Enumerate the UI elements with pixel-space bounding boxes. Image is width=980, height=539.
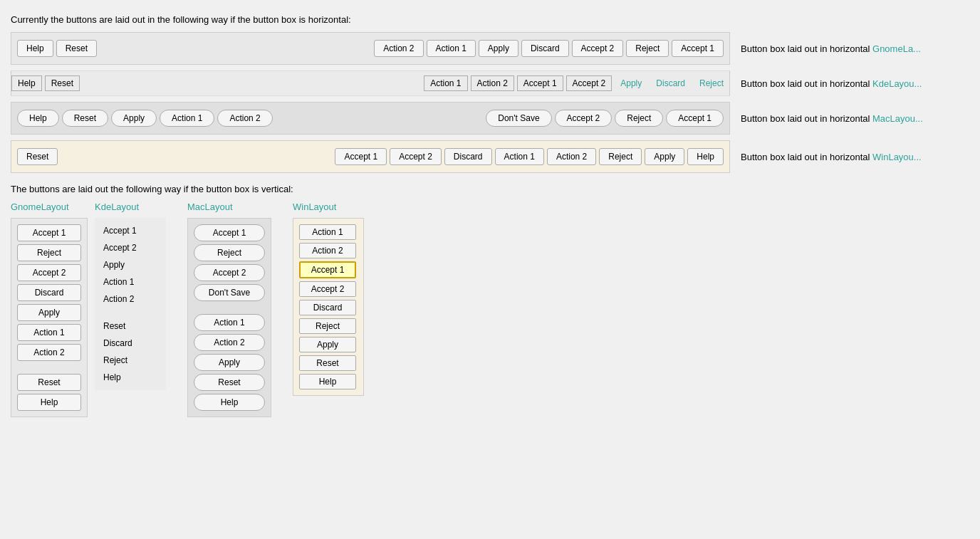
kde-apply-btn[interactable]: Apply [615, 76, 647, 90]
gnome-action2-btn[interactable]: Action 2 [374, 40, 423, 57]
gnome-apply-btn[interactable]: Apply [479, 40, 518, 57]
mac-v-apply-btn[interactable]: Apply [194, 354, 265, 371]
gnome-discard-btn[interactable]: Discard [521, 40, 569, 57]
mac-vlayout: MacLayout Accept 1 Reject Accept 2 Don't… [187, 202, 271, 417]
win-v-reject-btn[interactable]: Reject [299, 318, 356, 334]
mac-reject-btn[interactable]: Reject [615, 110, 663, 127]
mac-accept2-btn[interactable]: Accept 2 [555, 110, 612, 127]
gnome-v-reset-btn[interactable]: Reset [17, 374, 81, 391]
mac-v-accept2-btn[interactable]: Accept 2 [194, 264, 265, 281]
mac-layout-name: MacLayou... [870, 113, 922, 124]
win-v-discard-btn[interactable]: Discard [299, 300, 356, 315]
win-vlayout-box: Action 1 Action 2 Accept 1 Accept 2 Disc… [293, 218, 364, 396]
gnome-vlayout-title: GnomeLayout [11, 202, 69, 212]
win-accept2-btn[interactable]: Accept 2 [390, 148, 442, 165]
kde-vlayout-title: KdeLayout [95, 202, 139, 212]
kde-help-btn[interactable]: Help [11, 75, 42, 91]
win-apply-btn[interactable]: Apply [645, 148, 684, 165]
win-vlayout-title: WinLayout [293, 202, 336, 212]
kde-layout-name: KdeLayou... [870, 78, 922, 89]
gnome-vlayout-box: Accept 1 Reject Accept 2 Discard Apply A… [11, 218, 88, 417]
mac-v-reject-btn[interactable]: Reject [194, 244, 265, 261]
mac-accept1-btn[interactable]: Accept 1 [666, 110, 724, 127]
win-layout-name: WinLayou... [870, 152, 921, 162]
kde-accept1-btn[interactable]: Accept 1 [517, 75, 563, 91]
win-discard-btn[interactable]: Discard [444, 148, 492, 165]
mac-vlayout-box: Accept 1 Reject Accept 2 Don't Save Acti… [187, 218, 271, 417]
kde-v-discard-btn[interactable]: Discard [98, 336, 155, 350]
kde-reject-btn[interactable]: Reject [694, 76, 729, 90]
vertical-layouts-container: GnomeLayout Accept 1 Reject Accept 2 Dis… [11, 202, 969, 417]
gnome-v-discard-btn[interactable]: Discard [17, 284, 81, 301]
win-action1-btn[interactable]: Action 1 [495, 148, 544, 165]
win-help-btn[interactable]: Help [687, 148, 724, 165]
mac-v-help-btn[interactable]: Help [194, 394, 265, 411]
kde-v-apply-btn[interactable]: Apply [98, 258, 155, 272]
win-horizontal-label: Button box laid out in horizontal WinLay… [730, 140, 922, 173]
kde-vlayout: KdeLayout Accept 1 Accept 2 Apply Action… [95, 202, 166, 390]
gnome-accept2-btn[interactable]: Accept 2 [572, 40, 624, 57]
mac-v-action2-btn[interactable]: Action 2 [194, 334, 265, 351]
kde-v-accept2-btn[interactable]: Accept 2 [98, 241, 155, 255]
win-reset-btn[interactable]: Reset [17, 148, 58, 165]
kde-v-action2-btn[interactable]: Action 2 [98, 292, 155, 306]
kde-vlayout-box: Accept 1 Accept 2 Apply Action 1 Action … [95, 218, 166, 390]
win-v-apply-btn[interactable]: Apply [299, 337, 356, 352]
gnome-v-accept2-btn[interactable]: Accept 2 [17, 264, 81, 281]
win-vlayout: WinLayout Action 1 Action 2 Accept 1 Acc… [293, 202, 364, 396]
mac-help-btn[interactable]: Help [17, 110, 59, 127]
gnome-v-action1-btn[interactable]: Action 1 [17, 324, 81, 341]
kde-accept2-btn[interactable]: Accept 2 [566, 75, 612, 91]
mac-action1-btn[interactable]: Action 1 [160, 110, 214, 127]
gnome-v-accept1-btn[interactable]: Accept 1 [17, 224, 81, 241]
mac-v-dontsave-btn[interactable]: Don't Save [194, 284, 265, 301]
win-v-help-btn[interactable]: Help [299, 374, 356, 389]
gnome-hbox-buttons: Help Reset Action 2 Action 1 Apply Disca… [11, 32, 730, 65]
kde-horizontal-row: Help Reset Action 1 Action 2 Accept 1 Ac… [11, 70, 969, 96]
mac-reset-btn[interactable]: Reset [62, 110, 108, 127]
gnome-accept1-btn[interactable]: Accept 1 [672, 40, 724, 57]
gnome-v-apply-btn[interactable]: Apply [17, 304, 81, 321]
gnome-reject-btn[interactable]: Reject [626, 40, 669, 57]
vertical-section-title: The buttons are laid out the following w… [11, 184, 969, 194]
mac-horizontal-row: Help Reset Apply Action 1 Action 2 Don't… [11, 102, 969, 135]
gnome-v-reject-btn[interactable]: Reject [17, 244, 81, 261]
kde-v-help-btn[interactable]: Help [98, 370, 155, 384]
kde-discard-btn[interactable]: Discard [650, 76, 691, 90]
mac-horizontal-label: Button box laid out in horizontal MacLay… [730, 102, 923, 135]
kde-reset-btn[interactable]: Reset [45, 75, 80, 91]
win-v-action1-btn[interactable]: Action 1 [299, 224, 356, 240]
win-v-action2-btn[interactable]: Action 2 [299, 243, 356, 258]
gnome-help-btn[interactable]: Help [17, 40, 53, 57]
win-v-accept1-btn[interactable]: Accept 1 [299, 261, 356, 278]
win-horizontal-row: Reset Accept 1 Accept 2 Discard Action 1… [11, 140, 969, 173]
gnome-vlayout: GnomeLayout Accept 1 Reject Accept 2 Dis… [11, 202, 88, 417]
kde-v-action1-btn[interactable]: Action 1 [98, 275, 155, 289]
win-v-accept2-btn[interactable]: Accept 2 [299, 281, 356, 297]
win-reject-btn[interactable]: Reject [599, 148, 642, 165]
mac-v-action1-btn[interactable]: Action 1 [194, 314, 265, 331]
mac-v-accept1-btn[interactable]: Accept 1 [194, 224, 265, 241]
kde-action2-btn[interactable]: Action 2 [471, 75, 514, 91]
gnome-reset-btn[interactable]: Reset [56, 40, 97, 57]
mac-action2-btn[interactable]: Action 2 [217, 110, 272, 127]
gnome-v-help-btn[interactable]: Help [17, 394, 81, 411]
gnome-horizontal-label: Button box laid out in horizontal GnomeL… [730, 32, 921, 65]
kde-horizontal-label: Button box laid out in horizontal KdeLay… [730, 70, 922, 96]
win-v-reset-btn[interactable]: Reset [299, 355, 356, 371]
gnome-v-action2-btn[interactable]: Action 2 [17, 344, 81, 361]
win-accept1-btn[interactable]: Accept 1 [335, 148, 387, 165]
kde-v-accept1-btn[interactable]: Accept 1 [98, 224, 155, 238]
win-action2-btn[interactable]: Action 2 [547, 148, 596, 165]
mac-v-reset-btn[interactable]: Reset [194, 374, 265, 391]
mac-vlayout-title: MacLayout [187, 202, 233, 212]
kde-hbox-buttons: Help Reset Action 1 Action 2 Accept 1 Ac… [11, 70, 730, 96]
win-hbox-buttons: Reset Accept 1 Accept 2 Discard Action 1… [11, 140, 730, 173]
horizontal-section-title: Currently the buttons are laid out in th… [11, 14, 969, 25]
mac-apply-btn[interactable]: Apply [111, 110, 157, 127]
mac-dontsave-btn[interactable]: Don't Save [486, 110, 551, 127]
kde-action1-btn[interactable]: Action 1 [424, 75, 467, 91]
kde-v-reject-btn[interactable]: Reject [98, 353, 155, 367]
kde-v-reset-btn[interactable]: Reset [98, 319, 155, 333]
gnome-action1-btn[interactable]: Action 1 [427, 40, 476, 57]
